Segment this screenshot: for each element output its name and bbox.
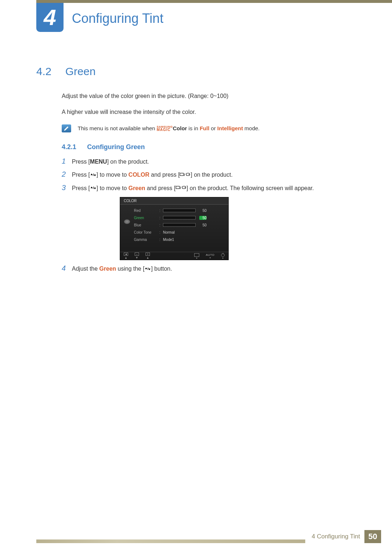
osd-row-gamma: Gamma : Mode1 bbox=[134, 236, 225, 243]
osd-minus-icon: –▼ bbox=[135, 253, 139, 259]
enter-source-icon: / bbox=[180, 171, 191, 180]
up-down-arrows-icon: / bbox=[90, 171, 97, 180]
intro-paragraph-1: Adjust the value of the color green in t… bbox=[62, 92, 359, 100]
up-down-arrows-icon: / bbox=[144, 265, 151, 274]
steps-list: 1 Press [MENU] on the product. 2 Press [… bbox=[62, 157, 359, 274]
osd-enter-icon: • bbox=[194, 253, 199, 259]
note-intelligent: Intelligent bbox=[217, 125, 243, 131]
osd-power-icon: • bbox=[221, 253, 225, 259]
samsung-magic-logo: SAMSUNGMAGIC bbox=[157, 126, 173, 131]
footer-accent-bar bbox=[36, 539, 305, 543]
palette-icon bbox=[124, 219, 130, 224]
up-down-arrows-icon: / bbox=[90, 184, 97, 193]
chapter-number: 4 bbox=[44, 6, 56, 29]
note-pre: This menu is not available when bbox=[78, 125, 157, 131]
footer-chapter-label: 4 Configuring Tint bbox=[305, 530, 364, 543]
osd-title: COLOR bbox=[120, 197, 228, 205]
osd-screenshot: COLOR Red : 50 Green bbox=[120, 197, 229, 260]
osd-back-icon: ◄▲ bbox=[124, 253, 128, 259]
menu-key: MENU bbox=[90, 159, 107, 165]
page-content: 4.2 Green Adjust the value of the color … bbox=[36, 65, 359, 278]
green-keyword: Green bbox=[128, 185, 145, 191]
subsection-heading: 4.2.1 Configuring Green bbox=[62, 143, 359, 151]
svg-rect-6 bbox=[176, 186, 179, 189]
page-footer: 4 Configuring Tint 50 bbox=[36, 530, 381, 543]
section-heading: 4.2 Green bbox=[36, 65, 359, 78]
svg-text:/: / bbox=[93, 173, 94, 177]
section-title: Green bbox=[65, 65, 95, 78]
green-keyword: Green bbox=[99, 266, 116, 272]
step-1: 1 Press [MENU] on the product. bbox=[62, 157, 359, 166]
note-icon bbox=[62, 124, 71, 132]
step-number: 1 bbox=[62, 157, 72, 165]
osd-row-red: Red : 50 bbox=[134, 207, 225, 214]
intro-paragraph-2: A higher value will increase the intensi… bbox=[62, 108, 359, 116]
note-block: This menu is not available when SAMSUNGM… bbox=[62, 124, 359, 132]
chapter-title: Configuring Tint bbox=[72, 11, 163, 26]
osd-row-blue: Blue : 50 bbox=[134, 221, 225, 229]
subsection-number: 4.2.1 bbox=[62, 143, 87, 151]
osd-footer: ◄▲ –▼ +▲ • AUTO• • bbox=[120, 252, 228, 260]
section-number: 4.2 bbox=[36, 65, 65, 78]
step-number: 2 bbox=[62, 171, 72, 178]
subsection-title: Configuring Green bbox=[87, 143, 145, 151]
step-3: 3 Press [/] to move to Green and press [… bbox=[62, 184, 359, 193]
note-text: This menu is not available when SAMSUNGM… bbox=[78, 125, 260, 132]
step-4: 4 Adjust the Green using the [/] button. bbox=[62, 264, 359, 274]
step-2: 2 Press [/] to move to COLOR and press [… bbox=[62, 171, 359, 180]
svg-point-4 bbox=[189, 174, 189, 175]
chapter-number-badge: 4 bbox=[36, 3, 64, 32]
svg-point-9 bbox=[184, 187, 185, 188]
svg-rect-1 bbox=[180, 173, 184, 176]
step-number: 4 bbox=[62, 264, 72, 272]
note-full: Full bbox=[200, 125, 209, 131]
osd-plus-icon: +▲ bbox=[146, 253, 150, 259]
osd-auto-label: AUTO• bbox=[206, 253, 215, 259]
page-number: 50 bbox=[364, 530, 381, 543]
step-number: 3 bbox=[62, 184, 72, 191]
note-magic-suffix: Color bbox=[173, 125, 187, 131]
header-accent-bar bbox=[36, 0, 392, 3]
svg-text:/: / bbox=[180, 186, 181, 190]
svg-text:/: / bbox=[93, 186, 94, 190]
osd-row-color-tone: Color Tone : Normal bbox=[134, 229, 225, 236]
osd-row-green: Green : 50 bbox=[134, 214, 225, 221]
svg-text:/: / bbox=[184, 172, 185, 176]
svg-text:/: / bbox=[147, 267, 148, 271]
enter-source-icon: / bbox=[176, 184, 187, 193]
color-keyword: COLOR bbox=[128, 172, 150, 178]
